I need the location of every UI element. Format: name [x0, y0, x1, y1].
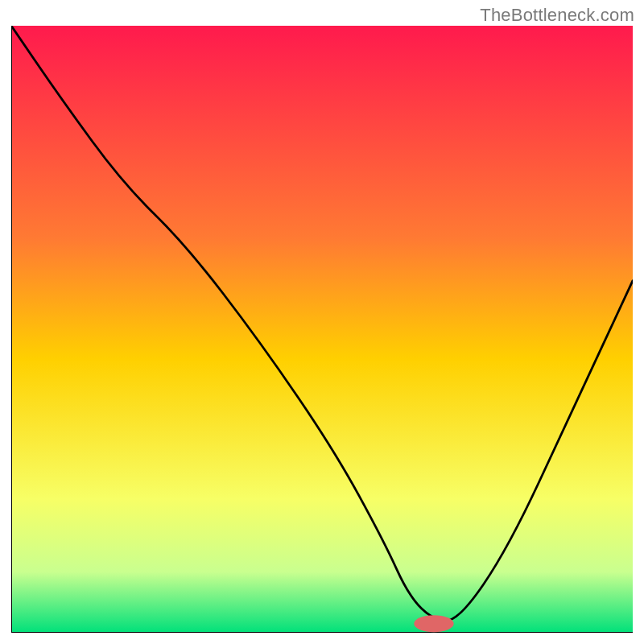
watermark-text: TheBottleneck.com — [480, 5, 634, 26]
bottleneck-chart: TheBottleneck.com — [0, 0, 644, 644]
chart-svg — [11, 26, 633, 633]
gradient-background — [11, 26, 633, 633]
optimal-marker — [414, 615, 453, 632]
plot-area — [11, 26, 633, 633]
